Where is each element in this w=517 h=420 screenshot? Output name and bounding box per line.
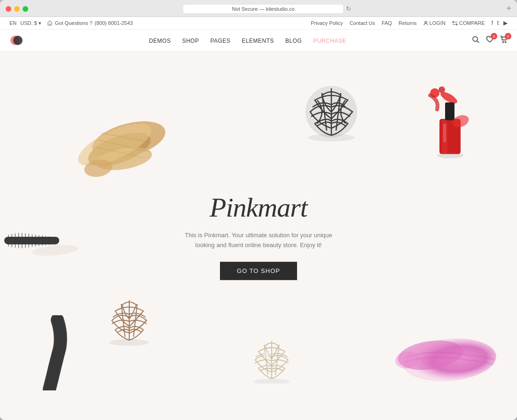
nav-demos[interactable]: DEMOS xyxy=(149,36,171,45)
youtube-icon[interactable]: ▶ xyxy=(503,20,508,26)
nail-polish xyxy=(416,81,491,166)
hero-section: Pinkmart This is Pinkmart. Your ultimate… xyxy=(0,52,517,420)
utility-bar: EN USD, $ ▾ Got Questions ? (800) 8001-2… xyxy=(0,17,517,30)
faq-link[interactable]: FAQ xyxy=(382,20,392,26)
hero-title: Pinkmart xyxy=(179,192,338,223)
svg-point-43 xyxy=(254,379,290,383)
hero-center: Pinkmart This is Pinkmart. Your ultimate… xyxy=(179,192,338,280)
brown-wicker-ball xyxy=(103,295,155,346)
main-nav: DEMOS SHOP PAGES ELEMENTS BLOG PURCHASE xyxy=(0,30,517,52)
logo[interactable] xyxy=(9,33,24,47)
address-bar: ↻ xyxy=(51,5,484,13)
nav-links: DEMOS SHOP PAGES ELEMENTS BLOG PURCHASE xyxy=(149,36,346,45)
login-button[interactable]: LOGIN xyxy=(423,20,446,26)
foundation-swatch xyxy=(72,107,176,201)
svg-point-5 xyxy=(502,42,503,43)
utility-right: Privacy Policy Contact Us FAQ Returns LO… xyxy=(311,20,508,26)
traffic-lights xyxy=(6,6,28,12)
new-tab-button[interactable]: + xyxy=(506,4,511,14)
svg-rect-26 xyxy=(4,237,59,244)
black-brush-stroke xyxy=(36,315,74,390)
reload-button[interactable]: ↻ xyxy=(346,5,351,12)
fullscreen-button[interactable] xyxy=(23,6,28,12)
returns-link[interactable]: Returns xyxy=(399,20,417,26)
logo-icon xyxy=(9,33,24,47)
url-input[interactable] xyxy=(183,5,343,13)
cta-button[interactable]: Go to Shop xyxy=(220,262,297,280)
phone-section: Got Questions ? (800) 8001-2543 xyxy=(47,20,133,26)
cart-button[interactable]: 0 xyxy=(500,36,508,45)
search-button[interactable] xyxy=(472,36,479,45)
svg-point-18 xyxy=(439,86,445,93)
hero-subtitle: This is Pinkmart. Your ultimate solution… xyxy=(179,231,338,250)
utility-left: EN USD, $ ▾ Got Questions ? (800) 8001-2… xyxy=(9,20,133,26)
svg-point-16 xyxy=(308,134,355,141)
compare-button[interactable]: COMPARE xyxy=(452,20,485,26)
mascara-wand xyxy=(0,218,85,264)
nav-purchase[interactable]: PURCHASE xyxy=(313,36,346,45)
language-selector[interactable]: EN xyxy=(9,20,16,26)
phone-number: (800) 8001-2543 xyxy=(94,20,133,26)
got-questions-text: Got Questions ? xyxy=(55,20,93,26)
home-icon xyxy=(47,20,53,26)
wishlist-badge: 0 xyxy=(491,33,497,39)
svg-point-0 xyxy=(424,21,426,23)
privacy-policy-link[interactable]: Privacy Policy xyxy=(311,20,343,26)
wishlist-button[interactable]: 0 xyxy=(486,36,494,45)
lang-currency: EN USD, $ ▾ xyxy=(9,20,41,26)
currency-selector[interactable]: USD, $ ▾ xyxy=(20,20,41,26)
contact-us-link[interactable]: Contact Us xyxy=(350,20,375,26)
svg-point-2 xyxy=(13,36,23,45)
dark-wicker-ball xyxy=(301,81,362,142)
browser-window: ↻ + EN USD, $ ▾ Got Questions ? xyxy=(0,0,517,420)
nav-actions: 0 0 xyxy=(472,36,508,45)
minimize-button[interactable] xyxy=(14,6,20,12)
compare-icon xyxy=(452,21,458,26)
pink-lipstick-smear xyxy=(393,329,496,390)
twitter-icon[interactable]: 𝕥 xyxy=(497,20,500,26)
nav-elements[interactable]: ELEMENTS xyxy=(242,36,274,45)
browser-chrome: ↻ + xyxy=(0,0,517,17)
svg-line-4 xyxy=(477,41,479,43)
user-icon xyxy=(423,21,428,26)
white-wicker-ball xyxy=(248,336,295,383)
close-button[interactable] xyxy=(6,6,11,12)
nav-blog[interactable]: BLOG xyxy=(285,36,302,45)
svg-point-25 xyxy=(437,153,463,158)
svg-point-40 xyxy=(31,243,79,257)
svg-point-41 xyxy=(110,339,149,346)
svg-point-3 xyxy=(473,37,478,41)
facebook-icon[interactable]: f xyxy=(492,20,493,26)
svg-point-6 xyxy=(505,42,506,43)
svg-rect-22 xyxy=(445,102,454,120)
social-icons: f 𝕥 ▶ xyxy=(492,20,508,26)
website: EN USD, $ ▾ Got Questions ? (800) 8001-2… xyxy=(0,17,517,420)
svg-rect-23 xyxy=(443,124,446,142)
cart-badge: 0 xyxy=(505,33,511,39)
nav-pages[interactable]: PAGES xyxy=(210,36,230,45)
nav-shop[interactable]: SHOP xyxy=(182,36,199,45)
